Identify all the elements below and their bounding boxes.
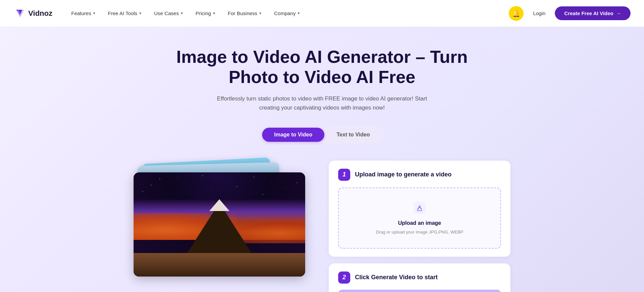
upload-subtitle: Drag or upload your image JPG,PNG, WEBP <box>376 230 463 235</box>
chevron-down-icon: ▼ <box>297 11 300 15</box>
upload-icon <box>414 202 426 217</box>
right-panel: 1 Upload image to generate a video Uplo <box>329 161 510 292</box>
nav-links: Features ▼ Free AI Tools ▼ Use Cases ▼ P… <box>66 8 509 19</box>
step2-header: 2 Click Generate Video to start <box>338 272 501 284</box>
step1-header: 1 Upload image to generate a video <box>338 169 501 181</box>
arrow-icon: → <box>616 10 621 16</box>
image-stack <box>134 161 309 288</box>
hero-subtitle: Effortlessly turn static photos to video… <box>208 94 436 112</box>
nav-for-business[interactable]: For Business ▼ <box>222 8 267 19</box>
step1-card: 1 Upload image to generate a video Uplo <box>329 161 510 257</box>
nav-use-cases[interactable]: Use Cases ▼ <box>149 8 189 19</box>
upload-title: Upload an image <box>398 220 441 226</box>
upload-area[interactable]: Upload an image Drag or upload your imag… <box>338 187 501 249</box>
chevron-down-icon: ▼ <box>139 11 142 15</box>
mountain-snow <box>209 199 229 211</box>
step2-number: 2 <box>338 272 350 284</box>
hero-title: Image to Video AI Generator – Turn Photo… <box>171 47 473 87</box>
chevron-down-icon: ▼ <box>180 11 183 15</box>
main-image <box>134 172 305 277</box>
main-content: 1 Upload image to generate a video Uplo <box>120 161 524 292</box>
notification-button[interactable]: 🔔 <box>509 6 524 21</box>
create-video-button[interactable]: Create Free AI Video → <box>555 6 631 20</box>
ground-foreground <box>134 253 305 277</box>
tab-text-to-video[interactable]: Text to Video <box>324 128 382 142</box>
login-button[interactable]: Login <box>529 8 549 19</box>
logo-text: Vidnoz <box>28 9 52 18</box>
step1-number: 1 <box>338 169 350 181</box>
logo-icon <box>13 7 26 20</box>
nav-features[interactable]: Features ▼ <box>66 8 101 19</box>
generate-video-button[interactable]: Generate Video <box>338 290 501 292</box>
chevron-down-icon: ▼ <box>259 11 262 15</box>
nav-company[interactable]: Company ▼ <box>269 8 306 19</box>
mountain-scene <box>134 172 305 277</box>
svg-rect-2 <box>417 210 422 211</box>
mode-toggle: Image to Video Text to Video <box>260 126 384 144</box>
step2-title: Click Generate Video to start <box>355 274 438 281</box>
step2-card: 2 Click Generate Video to start Generate… <box>329 263 510 292</box>
hero-section: Image to Video AI Generator – Turn Photo… <box>0 27 644 292</box>
notification-icon: 🔔 <box>512 9 521 17</box>
chevron-down-icon: ▼ <box>93 11 96 15</box>
svg-point-1 <box>419 205 421 207</box>
navbar: Vidnoz Features ▼ Free AI Tools ▼ Use Ca… <box>0 0 644 27</box>
tab-image-to-video[interactable]: Image to Video <box>262 128 325 142</box>
step1-title: Upload image to generate a video <box>355 171 452 178</box>
logo-link[interactable]: Vidnoz <box>13 7 52 20</box>
chevron-down-icon: ▼ <box>212 11 216 15</box>
nav-pricing[interactable]: Pricing ▼ <box>190 8 221 19</box>
nav-right: 🔔 Login Create Free AI Video → <box>509 6 631 21</box>
nav-free-ai-tools[interactable]: Free AI Tools ▼ <box>103 8 147 19</box>
